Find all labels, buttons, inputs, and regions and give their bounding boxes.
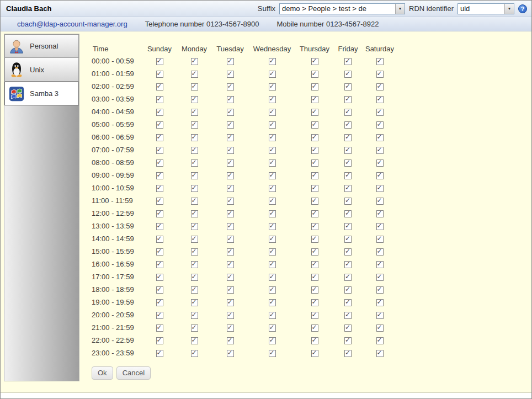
timeslot-checkbox[interactable] <box>269 210 276 217</box>
timeslot-checkbox[interactable] <box>311 236 318 243</box>
timeslot-checkbox[interactable] <box>269 198 276 205</box>
timeslot-checkbox[interactable] <box>156 185 163 192</box>
timeslot-checkbox[interactable] <box>156 350 163 357</box>
timeslot-checkbox[interactable] <box>344 274 352 281</box>
chevron-down-icon[interactable]: ▼ <box>504 4 514 14</box>
timeslot-checkbox[interactable] <box>269 159 276 167</box>
timeslot-checkbox[interactable] <box>191 299 198 306</box>
timeslot-checkbox[interactable] <box>269 236 276 243</box>
timeslot-checkbox[interactable] <box>269 172 276 179</box>
timeslot-checkbox[interactable] <box>156 121 163 129</box>
timeslot-checkbox[interactable] <box>376 312 384 319</box>
timeslot-checkbox[interactable] <box>227 236 234 243</box>
timeslot-checkbox[interactable] <box>311 185 318 192</box>
rdn-identifier-select[interactable]: uid ▼ <box>457 3 514 14</box>
timeslot-checkbox[interactable] <box>269 121 276 129</box>
timeslot-checkbox[interactable] <box>376 83 384 91</box>
timeslot-checkbox[interactable] <box>344 210 352 217</box>
timeslot-checkbox[interactable] <box>376 134 384 141</box>
timeslot-checkbox[interactable] <box>269 299 276 306</box>
timeslot-checkbox[interactable] <box>376 324 384 332</box>
timeslot-checkbox[interactable] <box>156 261 163 268</box>
timeslot-checkbox[interactable] <box>269 337 276 344</box>
timeslot-checkbox[interactable] <box>191 58 198 65</box>
timeslot-checkbox[interactable] <box>227 324 234 332</box>
timeslot-checkbox[interactable] <box>376 210 384 217</box>
timeslot-checkbox[interactable] <box>191 337 198 344</box>
timeslot-checkbox[interactable] <box>311 312 318 319</box>
timeslot-checkbox[interactable] <box>311 223 318 230</box>
timeslot-checkbox[interactable] <box>191 96 198 103</box>
timeslot-checkbox[interactable] <box>344 337 352 344</box>
timeslot-checkbox[interactable] <box>156 248 163 256</box>
timeslot-checkbox[interactable] <box>269 274 276 281</box>
timeslot-checkbox[interactable] <box>156 109 163 116</box>
timeslot-checkbox[interactable] <box>191 286 198 294</box>
timeslot-checkbox[interactable] <box>156 236 163 243</box>
timeslot-checkbox[interactable] <box>227 261 234 268</box>
timeslot-checkbox[interactable] <box>376 299 384 306</box>
timeslot-checkbox[interactable] <box>191 134 198 141</box>
tab-samba3[interactable]: Samba 3 <box>4 82 79 105</box>
timeslot-checkbox[interactable] <box>376 71 384 78</box>
timeslot-checkbox[interactable] <box>376 185 384 192</box>
help-icon[interactable]: ? <box>518 4 527 13</box>
timeslot-checkbox[interactable] <box>311 261 318 268</box>
timeslot-checkbox[interactable] <box>227 109 234 116</box>
timeslot-checkbox[interactable] <box>227 121 234 129</box>
timeslot-checkbox[interactable] <box>227 96 234 103</box>
timeslot-checkbox[interactable] <box>376 261 384 268</box>
timeslot-checkbox[interactable] <box>227 58 234 65</box>
timeslot-checkbox[interactable] <box>269 223 276 230</box>
timeslot-checkbox[interactable] <box>376 248 384 256</box>
timeslot-checkbox[interactable] <box>344 109 352 116</box>
timeslot-checkbox[interactable] <box>376 286 384 294</box>
timeslot-checkbox[interactable] <box>156 198 163 205</box>
timeslot-checkbox[interactable] <box>227 223 234 230</box>
timeslot-checkbox[interactable] <box>156 210 163 217</box>
timeslot-checkbox[interactable] <box>227 350 234 357</box>
timeslot-checkbox[interactable] <box>376 159 384 167</box>
timeslot-checkbox[interactable] <box>227 159 234 167</box>
timeslot-checkbox[interactable] <box>311 210 318 217</box>
timeslot-checkbox[interactable] <box>376 109 384 116</box>
timeslot-checkbox[interactable] <box>269 96 276 103</box>
timeslot-checkbox[interactable] <box>376 96 384 103</box>
timeslot-checkbox[interactable] <box>311 350 318 357</box>
timeslot-checkbox[interactable] <box>344 236 352 243</box>
timeslot-checkbox[interactable] <box>344 248 352 256</box>
timeslot-checkbox[interactable] <box>191 71 198 78</box>
timeslot-checkbox[interactable] <box>269 286 276 294</box>
timeslot-checkbox[interactable] <box>376 350 384 357</box>
timeslot-checkbox[interactable] <box>227 198 234 205</box>
timeslot-checkbox[interactable] <box>344 286 352 294</box>
timeslot-checkbox[interactable] <box>191 274 198 281</box>
timeslot-checkbox[interactable] <box>344 350 352 357</box>
timeslot-checkbox[interactable] <box>191 109 198 116</box>
timeslot-checkbox[interactable] <box>227 299 234 306</box>
timeslot-checkbox[interactable] <box>311 96 318 103</box>
timeslot-checkbox[interactable] <box>191 248 198 256</box>
timeslot-checkbox[interactable] <box>311 172 318 179</box>
timeslot-checkbox[interactable] <box>311 299 318 306</box>
timeslot-checkbox[interactable] <box>311 274 318 281</box>
timeslot-checkbox[interactable] <box>156 147 163 154</box>
timeslot-checkbox[interactable] <box>191 121 198 129</box>
timeslot-checkbox[interactable] <box>227 337 234 344</box>
timeslot-checkbox[interactable] <box>311 198 318 205</box>
timeslot-checkbox[interactable] <box>156 159 163 167</box>
timeslot-checkbox[interactable] <box>227 83 234 91</box>
timeslot-checkbox[interactable] <box>344 185 352 192</box>
timeslot-checkbox[interactable] <box>156 83 163 91</box>
timeslot-checkbox[interactable] <box>269 71 276 78</box>
timeslot-checkbox[interactable] <box>227 286 234 294</box>
timeslot-checkbox[interactable] <box>344 299 352 306</box>
timeslot-checkbox[interactable] <box>269 147 276 154</box>
timeslot-checkbox[interactable] <box>376 236 384 243</box>
timeslot-checkbox[interactable] <box>269 324 276 332</box>
timeslot-checkbox[interactable] <box>156 96 163 103</box>
suffix-select[interactable]: demo > People > test > de ▼ <box>279 3 405 14</box>
timeslot-checkbox[interactable] <box>191 223 198 230</box>
timeslot-checkbox[interactable] <box>191 210 198 217</box>
ok-button[interactable]: Ok <box>92 366 113 380</box>
